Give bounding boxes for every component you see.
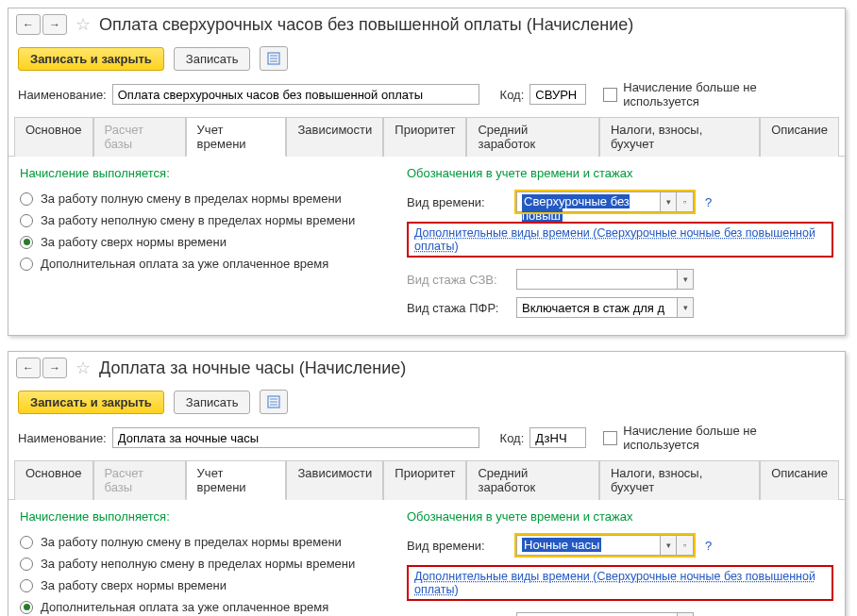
favorite-icon[interactable]: ☆ — [75, 16, 92, 33]
favorite-icon[interactable]: ☆ — [75, 359, 92, 376]
radio-3-label: Дополнительная оплата за уже оплаченное … — [41, 600, 328, 614]
szv-label: Вид стажа СЗВ: — [407, 273, 511, 287]
help-icon[interactable]: ? — [705, 539, 712, 553]
left-section-head: Начисление выполняется: — [20, 166, 388, 180]
tab-main[interactable]: Основное — [14, 117, 93, 157]
list-icon-button[interactable] — [260, 390, 288, 414]
tab-avg[interactable]: Средний заработок — [466, 117, 598, 157]
window-title: Доплата за ночные часы (Начисление) — [99, 358, 406, 378]
pfr-input[interactable] — [516, 297, 677, 318]
radio-2-label: За работу сверх нормы времени — [41, 235, 227, 249]
name-input[interactable] — [112, 84, 479, 105]
nav-back[interactable]: ← — [16, 358, 41, 378]
radio-0-label: За работу полную смену в пределах нормы … — [41, 191, 342, 206]
list-icon-button[interactable] — [260, 46, 288, 71]
tab-desc[interactable]: Описание — [760, 117, 839, 157]
window-title: Оплата сверхурочных часов без повышенной… — [99, 15, 633, 35]
radio-3[interactable]: Дополнительная оплата за уже оплаченное … — [20, 253, 388, 275]
tabs: Основное Расчет базы Учет времени Зависи… — [8, 116, 845, 157]
tab-main[interactable]: Основное — [14, 460, 93, 500]
radio-2[interactable]: За работу сверх нормы времени — [20, 574, 388, 596]
right-section-head: Обозначения в учете времени и стажах — [407, 166, 833, 180]
tab-priority[interactable]: Приоритет — [383, 117, 466, 157]
not-used-checkbox[interactable] — [603, 431, 617, 445]
window-1: ← → ☆ Оплата сверхурочных часов без повы… — [8, 8, 846, 336]
titlebar: ← → ☆ Оплата сверхурочных часов без повы… — [8, 8, 845, 41]
code-label: Код: — [500, 431, 525, 445]
code-input[interactable] — [529, 427, 586, 448]
save-button[interactable]: Записать — [174, 47, 251, 71]
szv-input[interactable] — [516, 612, 677, 616]
tab-time[interactable]: Учет времени — [186, 117, 287, 157]
tab-deps[interactable]: Зависимости — [286, 460, 383, 500]
window-2: ← → ☆ Доплата за ночные часы (Начисление… — [8, 351, 846, 616]
szv-input[interactable] — [516, 269, 677, 290]
time-kind-dropdown-icon[interactable]: ▾ — [660, 535, 677, 556]
time-kind-open-icon[interactable]: ▫ — [677, 535, 694, 556]
help-icon[interactable]: ? — [705, 195, 712, 209]
radio-0[interactable]: За работу полную смену в пределах нормы … — [20, 188, 388, 209]
radio-1-label: За работу неполную смену в пределах норм… — [41, 213, 355, 227]
not-used-label: Начисление больше не используется — [623, 424, 835, 452]
tab-time[interactable]: Учет времени — [186, 460, 287, 500]
time-kind-label: Вид времени: — [407, 195, 511, 209]
time-kind-input[interactable]: Ночные часы — [516, 535, 660, 556]
nav-forward[interactable]: → — [42, 14, 67, 35]
save-button[interactable]: Записать — [174, 391, 251, 414]
nav-back[interactable]: ← — [16, 14, 41, 35]
tab-tax[interactable]: Налоги, взносы, бухучет — [599, 117, 760, 157]
radio-1[interactable]: За работу неполную смену в пределах норм… — [20, 553, 388, 574]
tab-deps[interactable]: Зависимости — [286, 117, 383, 157]
not-used-label: Начисление больше не используется — [623, 80, 835, 108]
tab-priority[interactable]: Приоритет — [383, 460, 466, 500]
radio-0-label: За работу полную смену в пределах нормы … — [41, 535, 342, 549]
tab-base[interactable]: Расчет базы — [93, 117, 186, 157]
radio-2-label: За работу сверх нормы времени — [41, 578, 227, 592]
tab-avg[interactable]: Средний заработок — [466, 460, 598, 500]
szv-dropdown-icon[interactable]: ▾ — [677, 269, 694, 290]
toolbar: Записать и закрыть Записать — [8, 41, 845, 76]
time-kind-open-icon[interactable]: ▫ — [677, 191, 694, 212]
tab-content: Начисление выполняется: За работу полную… — [8, 500, 845, 616]
tabs: Основное Расчет базы Учет времени Зависи… — [8, 459, 845, 500]
nav-forward[interactable]: → — [42, 358, 67, 378]
name-label: Наименование: — [18, 431, 107, 445]
time-kind-dropdown-icon[interactable]: ▾ — [660, 191, 677, 212]
radio-3[interactable]: Дополнительная оплата за уже оплаченное … — [20, 596, 388, 616]
name-row: Наименование: Код: Начисление больше не … — [8, 76, 845, 112]
time-kind-label: Вид времени: — [407, 539, 511, 553]
extra-time-link[interactable]: Дополнительные виды времени (Сверхурочны… — [407, 222, 833, 258]
time-kind-input[interactable]: Сверхурочные без повыш — [516, 191, 660, 212]
radio-1-label: За работу неполную смену в пределах норм… — [41, 557, 355, 571]
code-label: Код: — [500, 88, 525, 102]
szv-dropdown-icon[interactable]: ▾ — [677, 612, 694, 616]
left-section-head: Начисление выполняется: — [20, 509, 388, 524]
pfr-label: Вид стажа ПФР: — [407, 301, 511, 315]
radio-2[interactable]: За работу сверх нормы времени — [20, 231, 388, 253]
radio-3-label: Дополнительная оплата за уже оплаченное … — [41, 257, 328, 271]
tab-content: Начисление выполняется: За работу полную… — [8, 157, 845, 335]
name-row: Наименование: Код: Начисление больше не … — [8, 420, 845, 456]
tab-base[interactable]: Расчет базы — [93, 460, 186, 500]
not-used-checkbox[interactable] — [603, 88, 617, 102]
extra-time-link[interactable]: Дополнительные виды времени (Сверхурочны… — [407, 565, 833, 601]
tab-desc[interactable]: Описание — [760, 460, 839, 500]
pfr-dropdown-icon[interactable]: ▾ — [677, 297, 694, 318]
save-close-button[interactable]: Записать и закрыть — [18, 391, 164, 414]
name-input[interactable] — [112, 427, 479, 448]
name-label: Наименование: — [18, 88, 107, 102]
code-input[interactable] — [529, 84, 586, 105]
tab-tax[interactable]: Налоги, взносы, бухучет — [599, 460, 760, 500]
save-close-button[interactable]: Записать и закрыть — [18, 47, 164, 71]
radio-1[interactable]: За работу неполную смену в пределах норм… — [20, 209, 388, 231]
toolbar: Записать и закрыть Записать — [8, 384, 845, 420]
titlebar: ← → ☆ Доплата за ночные часы (Начисление… — [8, 352, 845, 384]
radio-0[interactable]: За работу полную смену в пределах нормы … — [20, 531, 388, 553]
right-section-head: Обозначения в учете времени и стажах — [407, 509, 833, 524]
